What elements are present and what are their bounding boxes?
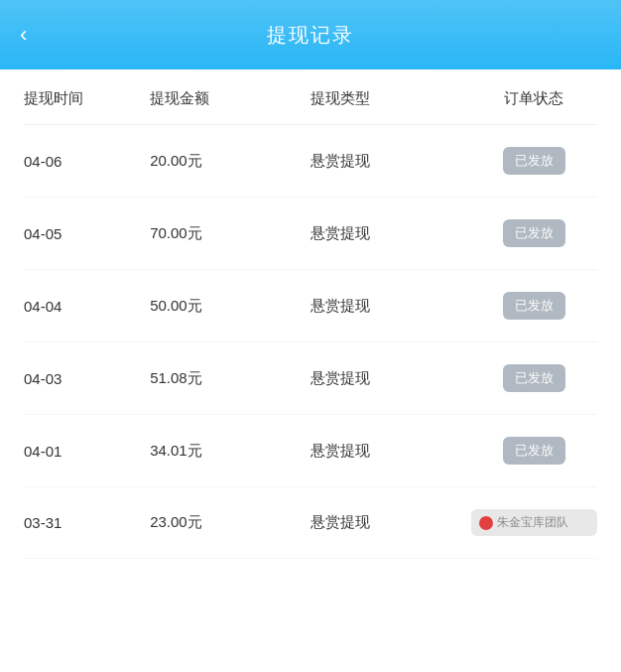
row-type-3: 悬赏提现 xyxy=(310,297,471,316)
row-type-2: 悬赏提现 xyxy=(310,224,471,243)
row-time-4: 04-03 xyxy=(24,370,150,387)
col-header-type: 提现类型 xyxy=(310,89,471,108)
table-row: 04-01 34.01元 悬赏提现 已发放 xyxy=(24,415,597,487)
row-amount-1: 20.00元 xyxy=(150,152,310,171)
row-type-1: 悬赏提现 xyxy=(310,152,471,171)
status-badge-4: 已发放 xyxy=(503,364,565,392)
back-button[interactable]: ‹ xyxy=(20,24,27,46)
table-row: 04-05 70.00元 悬赏提现 已发放 xyxy=(24,198,597,270)
row-status-1: 已发放 xyxy=(471,147,597,175)
status-badge-1: 已发放 xyxy=(503,147,565,175)
watermark-text: 朱金宝库团队 xyxy=(497,514,568,531)
col-header-time: 提现时间 xyxy=(24,89,150,108)
table-row: 04-03 51.08元 悬赏提现 已发放 xyxy=(24,342,597,415)
row-time-1: 04-06 xyxy=(24,153,150,170)
watermark-badge: 朱金宝库团队 xyxy=(471,509,597,536)
row-amount-5: 34.01元 xyxy=(150,442,310,461)
row-status-5: 已发放 xyxy=(471,437,597,465)
row-status-6: 朱金宝库团队 xyxy=(471,509,597,536)
row-status-3: 已发放 xyxy=(471,292,597,320)
status-badge-2: 已发放 xyxy=(503,219,565,247)
table-row: 04-06 20.00元 悬赏提现 已发放 xyxy=(24,125,597,198)
row-amount-6: 23.00元 xyxy=(150,513,310,532)
page-title: 提现记录 xyxy=(267,22,354,49)
watermark-dot-icon xyxy=(479,516,493,530)
row-type-4: 悬赏提现 xyxy=(310,369,471,388)
col-header-status: 订单状态 xyxy=(471,89,597,108)
col-header-amount: 提现金额 xyxy=(150,89,310,108)
row-amount-3: 50.00元 xyxy=(150,297,310,316)
row-time-6: 03-31 xyxy=(24,514,150,531)
row-time-5: 04-01 xyxy=(24,443,150,460)
table-row: 04-04 50.00元 悬赏提现 已发放 xyxy=(24,270,597,342)
status-badge-3: 已发放 xyxy=(503,292,565,320)
row-time-3: 04-04 xyxy=(24,298,150,315)
row-type-5: 悬赏提现 xyxy=(310,442,471,461)
status-badge-5: 已发放 xyxy=(503,437,565,465)
table-header: 提现时间 提现金额 提现类型 订单状态 xyxy=(24,69,597,125)
row-amount-4: 51.08元 xyxy=(150,369,310,388)
row-status-2: 已发放 xyxy=(471,219,597,247)
table-row: 03-31 23.00元 悬赏提现 朱金宝库团队 xyxy=(24,487,597,559)
row-time-2: 04-05 xyxy=(24,225,150,242)
main-content: 提现时间 提现金额 提现类型 订单状态 04-06 20.00元 悬赏提现 已发… xyxy=(0,69,621,559)
row-type-6: 悬赏提现 xyxy=(310,513,471,532)
row-status-4: 已发放 xyxy=(471,364,597,392)
header: ‹ 提现记录 xyxy=(0,0,621,69)
row-amount-2: 70.00元 xyxy=(150,224,310,243)
